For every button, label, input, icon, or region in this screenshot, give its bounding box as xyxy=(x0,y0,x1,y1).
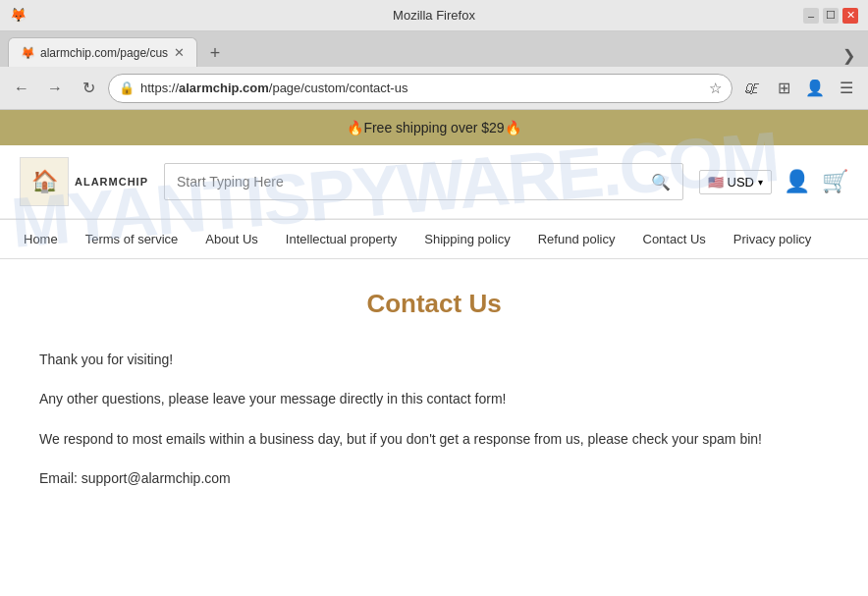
page-content: Contact Us Thank you for visiting! Any o… xyxy=(0,259,868,567)
bookmark-icon[interactable]: ☆ xyxy=(709,80,722,97)
new-tab-button[interactable]: + xyxy=(201,39,229,67)
extensions-icon[interactable]: ⊞ xyxy=(770,75,797,102)
page-body: Thank you for visiting! Any other questi… xyxy=(39,349,829,490)
secure-icon: 🔒 xyxy=(119,81,135,95)
account-icon[interactable]: 👤 xyxy=(801,75,829,102)
paragraph-3: We respond to most emails within a busin… xyxy=(39,428,829,450)
active-tab[interactable]: 🦊 alarmchip.com/page/cus ✕ xyxy=(8,37,197,67)
maximize-button[interactable]: ☐ xyxy=(823,8,839,24)
nav-item-about[interactable]: About Us xyxy=(191,220,271,258)
firefox-icon: 🦊 xyxy=(10,7,27,25)
header-right: 🇺🇸 USD ▾ 👤 🛒 xyxy=(699,169,848,194)
pocket-icon[interactable]: 🜀 xyxy=(738,75,766,102)
nav-item-ip[interactable]: Intellectual property xyxy=(272,220,410,258)
minimize-button[interactable]: – xyxy=(803,8,819,24)
tab-favicon: 🦊 xyxy=(21,46,34,60)
site-logo[interactable]: 🏠 ALARMCHIP xyxy=(20,157,148,206)
address-actions: ☆ xyxy=(709,80,722,97)
currency-flag: 🇺🇸 xyxy=(708,175,724,190)
currency-chevron-icon: ▾ xyxy=(758,177,763,188)
toolbar-icons: 🜀 ⊞ 👤 ☰ xyxy=(738,75,860,102)
search-input[interactable] xyxy=(177,174,643,190)
account-icon[interactable]: 👤 xyxy=(784,169,810,194)
currency-selector[interactable]: 🇺🇸 USD ▾ xyxy=(699,170,772,194)
tab-close-button[interactable]: ✕ xyxy=(174,45,185,60)
site-header: 🏠 ALARMCHIP 🔍 🇺🇸 USD ▾ 👤 🛒 xyxy=(0,145,868,219)
page-title: Contact Us xyxy=(39,289,829,319)
refresh-button[interactable]: ↻ xyxy=(75,75,102,102)
forward-button[interactable]: → xyxy=(41,75,69,102)
back-button[interactable]: ← xyxy=(8,75,35,102)
nav-item-shipping[interactable]: Shipping policy xyxy=(410,220,523,258)
nav-item-refund[interactable]: Refund policy xyxy=(524,220,629,258)
cart-icon[interactable]: 🛒 xyxy=(822,169,848,194)
tab-overflow-button[interactable]: ❯ xyxy=(837,43,860,67)
tab-bar: 🦊 alarmchip.com/page/cus ✕ + ❯ xyxy=(0,31,868,67)
browser-title: Mozilla Firefox xyxy=(393,8,475,23)
nav-item-privacy[interactable]: Privacy policy xyxy=(720,220,825,258)
nav-item-contact[interactable]: Contact Us xyxy=(629,220,720,258)
tab-title: alarmchip.com/page/cus xyxy=(40,46,168,60)
browser-titlebar: 🦊 Mozilla Firefox – ☐ ✕ xyxy=(0,0,868,31)
site-banner: 🔥Free shipping over $29🔥 xyxy=(0,110,868,145)
menu-icon[interactable]: ☰ xyxy=(833,75,860,102)
close-button[interactable]: ✕ xyxy=(842,8,858,24)
banner-text: 🔥Free shipping over $29🔥 xyxy=(347,120,520,135)
logo-text: ALARMCHIP xyxy=(75,176,148,188)
address-input[interactable]: 🔒 https://alarmchip.com/page/custom/cont… xyxy=(108,74,732,103)
site-navigation: Home Terms of service About Us Intellect… xyxy=(0,219,868,259)
page-wrapper: 🔥Free shipping over $29🔥 🏠 ALARMCHIP 🔍 🇺… xyxy=(0,110,868,567)
currency-label: USD xyxy=(728,175,754,190)
address-url: https://alarmchip.com/page/custom/contac… xyxy=(140,81,407,95)
nav-item-home[interactable]: Home xyxy=(10,220,72,258)
paragraph-4: Email: support@alarmchip.com xyxy=(39,467,829,489)
nav-item-terms[interactable]: Terms of service xyxy=(72,220,192,258)
search-bar[interactable]: 🔍 xyxy=(164,163,683,200)
paragraph-2: Any other questions, please leave your m… xyxy=(39,388,829,409)
address-bar: ← → ↻ 🔒 https://alarmchip.com/page/custo… xyxy=(0,67,868,110)
window-controls[interactable]: 🦊 xyxy=(10,7,33,25)
search-icon[interactable]: 🔍 xyxy=(651,173,671,191)
logo-image: 🏠 xyxy=(20,157,69,206)
paragraph-1: Thank you for visiting! xyxy=(39,349,829,370)
